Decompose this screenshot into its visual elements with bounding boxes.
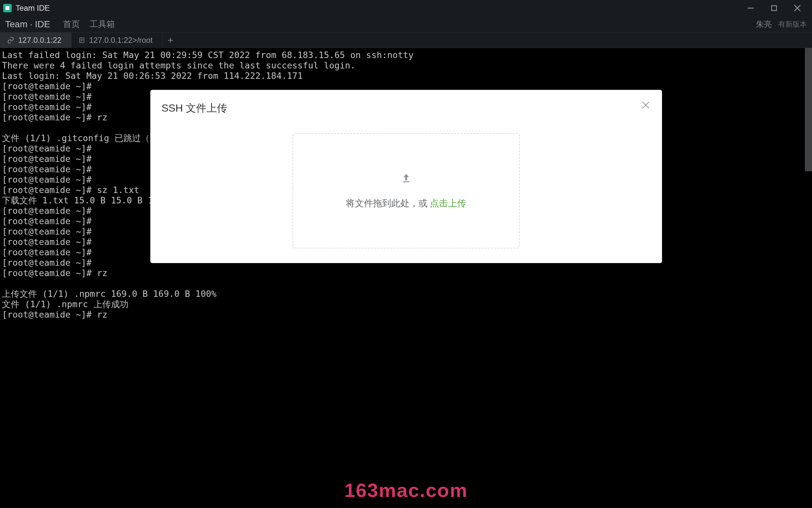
svg-rect-11 — [403, 181, 410, 182]
add-tab-button[interactable]: + — [163, 33, 178, 48]
menu-home[interactable]: 首页 — [63, 18, 80, 30]
tab-label: 127.0.0.1:22 — [18, 36, 62, 45]
menu-toolbox[interactable]: 工具箱 — [90, 18, 115, 30]
svg-rect-2 — [772, 6, 777, 11]
minimize-button[interactable] — [744, 3, 757, 13]
tab-ssh-terminal[interactable]: 127.0.0.1:22 — [0, 33, 71, 48]
user-label[interactable]: 朱亮 — [756, 19, 772, 30]
brand-label: Team · IDE — [5, 19, 50, 30]
tab-ssh-files[interactable]: 127.0.0.1:22>/root — [71, 33, 163, 48]
tab-label: 127.0.0.1:22>/root — [89, 36, 153, 45]
upload-click-link[interactable]: 点击上传 — [430, 198, 466, 208]
window-controls — [744, 3, 809, 13]
tab-bar: 127.0.0.1:22 127.0.0.1:22>/root + — [0, 33, 812, 48]
window-titlebar: Team IDE — [0, 0, 812, 16]
terminal-scrollbar[interactable] — [805, 48, 812, 171]
svg-rect-0 — [5, 6, 9, 10]
file-icon — [79, 37, 85, 43]
upload-icon — [401, 173, 412, 185]
upload-modal: SSH 文件上传 将文件拖到此处，或 点击上传 — [150, 90, 662, 263]
menubar: Team · IDE 首页 工具箱 朱亮 有新版本 — [0, 16, 812, 33]
app-icon — [3, 4, 12, 12]
version-notice[interactable]: 有新版本 — [778, 19, 807, 29]
link-icon — [7, 37, 14, 44]
close-button[interactable] — [791, 3, 804, 13]
window-title: Team IDE — [15, 4, 50, 13]
modal-close-button[interactable] — [641, 100, 651, 110]
upload-hint: 将文件拖到此处，或 点击上传 — [346, 197, 467, 210]
watermark: 163mac.com — [344, 479, 467, 502]
upload-dropzone[interactable]: 将文件拖到此处，或 点击上传 — [293, 133, 520, 249]
maximize-button[interactable] — [768, 3, 780, 13]
modal-title: SSH 文件上传 — [162, 101, 651, 116]
upload-text-prefix: 将文件拖到此处，或 — [346, 198, 430, 208]
